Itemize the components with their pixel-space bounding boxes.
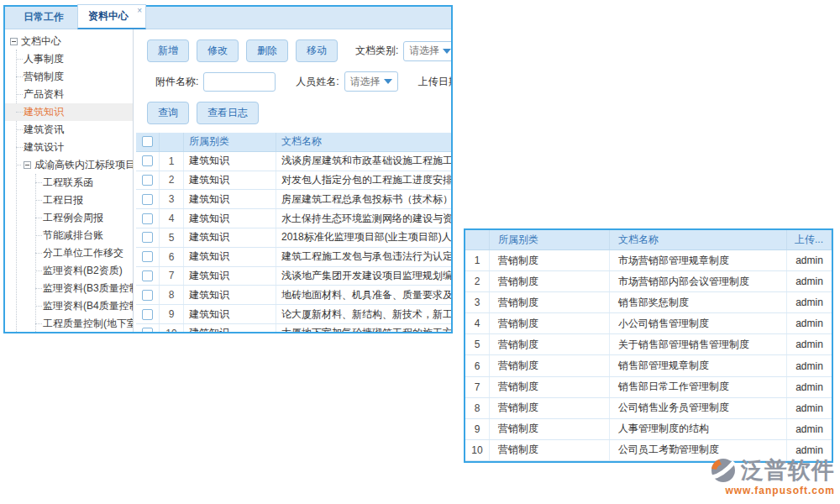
add-button[interactable]: 新增	[147, 39, 189, 62]
tree-item-label: 建筑设计	[24, 141, 64, 153]
table-row[interactable]: 8营销制度公司销售业务员管理制度admin	[465, 398, 832, 419]
cell-doc-name[interactable]: 公司销售业务员管理制度	[610, 398, 787, 418]
table-row[interactable]: 5建筑知识2018标准化监理项目部(业主项目部)人员...	[136, 228, 451, 248]
tree-item-label: 监理资料(B4质量控制)	[43, 300, 134, 312]
cell-doc-name[interactable]: 浅谈房屋建筑和市政基础设施工程施工...	[276, 152, 451, 171]
row-number: 7	[465, 377, 490, 397]
edit-button[interactable]: 修改	[197, 39, 239, 62]
tree-item[interactable]: 产品资料	[5, 86, 133, 103]
toolbar-row-1: 新增修改删除移动 文档类别: 请选择 文档名称:	[134, 39, 451, 62]
tab-label: 日常工作	[24, 11, 64, 23]
table-row[interactable]: 2建筑知识对发包人指定分包的工程施工进度安排...	[136, 171, 451, 191]
header-category: 所属别类	[184, 133, 276, 151]
select-all-checkbox[interactable]	[142, 136, 153, 147]
tree-item[interactable]: 建筑设计	[5, 139, 133, 156]
tree-item[interactable]: 人事制度	[5, 50, 133, 68]
row-checkbox[interactable]	[142, 232, 153, 243]
move-button[interactable]: 移动	[296, 39, 338, 62]
cell-doc-name[interactable]: 浅谈地产集团开发建设项目监理规划编...	[276, 267, 451, 286]
table-row[interactable]: 1建筑知识浅谈房屋建筑和市政基础设施工程施工...	[136, 152, 451, 171]
table-row[interactable]: 4建筑知识水土保持生态环境监测网络的建设与资...	[136, 209, 451, 228]
cell-doc-name[interactable]: 建筑工程施工发包与承包违法行为认定...	[276, 248, 451, 266]
tree-item[interactable]: 监理资料(B4质量控制)	[5, 297, 133, 315]
cell-doc-name[interactable]: 对发包人指定分包的工程施工进度安排...	[276, 171, 451, 190]
cell-category: 营销制度	[490, 440, 610, 460]
cell-doc-name[interactable]: 市场营销部内部会议管理制度	[610, 271, 787, 291]
tree-item[interactable]: 建筑资讯	[5, 121, 133, 139]
doc-category-value: 请选择	[409, 44, 439, 58]
cell-doc-name[interactable]: 销售部日常工作管理制度	[610, 377, 787, 397]
table-row[interactable]: 2营销制度市场营销部内部会议管理制度admin	[465, 271, 832, 292]
table-row[interactable]: 4营销制度小公司销售管理制度admin	[465, 313, 832, 334]
cell-uploader: admin	[787, 355, 832, 375]
table-row[interactable]: 7营销制度销售部日常工作管理制度admin	[465, 377, 832, 398]
tree-item[interactable]: 工程质量控制(地下室)	[5, 315, 133, 332]
cell-doc-name[interactable]: 水土保持生态环境监测网络的建设与资...	[276, 209, 451, 228]
tree-item[interactable]: 建筑知识	[5, 103, 133, 121]
collapse-icon[interactable]	[24, 161, 31, 169]
table-row[interactable]: 9营销制度人事管理制度的结构admin	[465, 419, 832, 440]
tree-item[interactable]: 监理资料(B3质量控制)	[5, 280, 133, 297]
cell-uploader: admin	[787, 377, 832, 397]
view-log-button[interactable]: 查看日志	[197, 102, 259, 124]
cell-uploader: admin	[787, 292, 832, 312]
tab-daily-work[interactable]: 日常工作	[13, 6, 77, 29]
table-row[interactable]: 6建筑知识建筑工程施工发包与承包违法行为认定...	[136, 248, 451, 267]
table-row[interactable]: 7建筑知识浅谈地产集团开发建设项目监理规划编...	[136, 267, 451, 286]
table-row[interactable]: 3建筑知识房屋建筑工程总承包投标书（技术标）...	[136, 190, 451, 209]
logo-url[interactable]: www.fanpusoft.com	[709, 486, 835, 496]
table-row[interactable]: 5营销制度关于销售部管理销售管理制度admin	[465, 334, 832, 355]
row-checkbox[interactable]	[142, 251, 153, 262]
row-checkbox[interactable]	[142, 155, 153, 166]
row-checkbox[interactable]	[142, 328, 153, 332]
person-value: 请选择	[350, 75, 381, 89]
cell-category: 建筑知识	[184, 305, 276, 323]
table-row[interactable]: 1营销制度市场营销部管理规章制度admin	[465, 250, 832, 271]
cell-doc-name[interactable]: 销售部奖惩制度	[610, 292, 787, 312]
cell-doc-name[interactable]: 人事管理制度的结构	[610, 419, 787, 439]
doc-category-select[interactable]: 请选择	[403, 41, 451, 61]
table-header-row: 所属别类文档名称上传...	[465, 230, 832, 250]
query-button[interactable]: 查询	[147, 102, 189, 124]
toolbar-row-2: 附件名称: 人员姓名: 请选择 上传日期	[134, 71, 451, 92]
tree-node-project[interactable]: 成渝高铁内江标段项目	[5, 156, 133, 174]
cell-doc-name[interactable]: 地砖地面材料、机具准备、质量要求及...	[276, 286, 451, 304]
cell-doc-name[interactable]: 关于销售部管理销售管理制度	[610, 334, 787, 354]
collapse-icon[interactable]	[10, 38, 18, 45]
tree-item[interactable]: 营销制度	[5, 68, 133, 86]
cell-doc-name[interactable]: 2018标准化监理项目部(业主项目部)人员...	[276, 228, 451, 247]
cell-doc-name[interactable]: 房屋建筑工程总承包投标书（技术标）...	[276, 190, 451, 208]
tree-item[interactable]: 工程日报	[5, 192, 133, 209]
attachment-name-input[interactable]	[203, 72, 276, 92]
close-icon[interactable]: ×	[137, 6, 142, 15]
row-checkbox[interactable]	[142, 213, 153, 224]
tree-item[interactable]: 分工单位工作移交	[5, 244, 133, 262]
table-row[interactable]: 8建筑知识地砖地面材料、机具准备、质量要求及...	[136, 286, 451, 305]
tree-root-document-center[interactable]: 文档中心	[5, 33, 133, 50]
row-checkbox[interactable]	[142, 175, 153, 186]
tree-item[interactable]: 工程例会周报	[5, 209, 133, 227]
person-select[interactable]: 请选择	[344, 71, 398, 92]
tree-item[interactable]: 节能减排台账	[5, 227, 133, 244]
table-row[interactable]: 9建筑知识论大厦新材料、新结构、新技术，新工...	[136, 305, 451, 324]
table-row[interactable]: 6营销制度销售部管理规章制度admin	[465, 355, 832, 376]
tab-data-center[interactable]: 资料中心×	[77, 4, 146, 29]
cell-doc-name[interactable]: 大厦地下室加气砼墙砌筑工程的施工方...	[276, 324, 451, 332]
cell-doc-name[interactable]: 小公司销售管理制度	[610, 313, 787, 333]
row-number: 3	[160, 190, 184, 208]
cell-doc-name[interactable]: 市场营销部管理规章制度	[610, 250, 787, 270]
table-row[interactable]: 10建筑知识大厦地下室加气砼墙砌筑工程的施工方...	[136, 324, 451, 332]
cell-doc-name[interactable]: 销售部管理规章制度	[610, 355, 787, 375]
row-checkbox[interactable]	[142, 309, 153, 320]
table-row[interactable]: 3营销制度销售部奖惩制度admin	[465, 292, 832, 313]
row-number: 3	[465, 292, 490, 312]
row-checkbox[interactable]	[142, 290, 153, 301]
tree-item[interactable]: 工程联系函	[5, 174, 133, 192]
cell-doc-name[interactable]: 论大厦新材料、新结构、新技术，新工...	[276, 305, 451, 323]
fanpu-logo-icon	[709, 457, 738, 484]
delete-button[interactable]: 删除	[246, 39, 288, 62]
row-checkbox[interactable]	[142, 270, 153, 281]
chevron-down-icon	[443, 49, 451, 54]
tree-item[interactable]: 监理资料(B2资质)	[5, 262, 133, 280]
row-checkbox[interactable]	[142, 194, 153, 205]
